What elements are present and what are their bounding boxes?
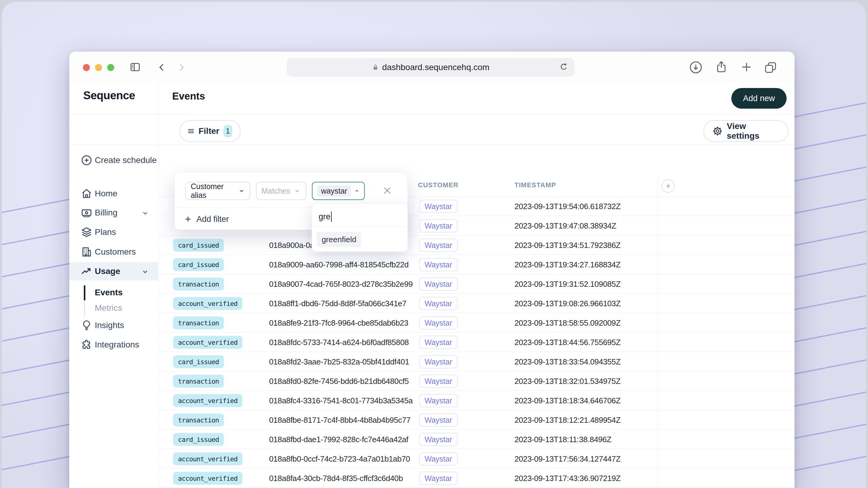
table-row[interactable]: account_verified018a8fc4-3316-7541-8c01-… bbox=[158, 391, 795, 410]
sidebar-subitem-events[interactable]: Events bbox=[95, 285, 123, 300]
event-timestamp: 2023-09-13T19:34:51.792386Z bbox=[515, 241, 620, 250]
table-row[interactable]: account_verified018a8fb0-0ccf-74c2-b723-… bbox=[158, 449, 795, 468]
banknote-icon bbox=[81, 207, 92, 219]
event-timestamp: 2023-09-13T19:31:52.109085Z bbox=[515, 280, 620, 289]
toolbar-divider bbox=[69, 145, 795, 145]
customer-link[interactable]: Waystar bbox=[419, 258, 458, 271]
close-button[interactable] bbox=[83, 64, 90, 71]
table-row[interactable]: card_issued018a8fbd-dae1-7992-828c-fc7e4… bbox=[158, 430, 795, 449]
event-timestamp: 2023-09-13T18:12:21.489954Z bbox=[515, 416, 620, 425]
customer-link[interactable]: Waystar bbox=[419, 336, 458, 349]
event-type-badge: transaction bbox=[173, 278, 224, 290]
event-timestamp: 2023-09-13T18:44:56.755695Z bbox=[515, 338, 620, 347]
event-id: 018a8fa4-30cb-78d4-8f35-cffcf3c6d40b bbox=[269, 474, 403, 483]
event-type-badge: account_verified bbox=[173, 394, 242, 407]
event-id: 018a8ff1-dbd6-75dd-8d8f-5fa066c341e7 bbox=[269, 299, 406, 308]
minimize-button[interactable] bbox=[95, 64, 102, 71]
add-filter-button[interactable]: Add filter bbox=[184, 213, 229, 226]
value-search-input[interactable]: gre bbox=[318, 212, 332, 222]
dropdown-divider bbox=[312, 226, 408, 227]
event-type-badge: card_issued bbox=[173, 258, 224, 271]
event-type-badge: transaction bbox=[173, 375, 224, 388]
table-row[interactable]: transaction018a8fd0-82fe-7456-bdd6-b21db… bbox=[158, 371, 795, 391]
create-schedule-button[interactable]: Create schedule bbox=[69, 151, 158, 169]
layers-icon bbox=[81, 226, 92, 238]
reload-icon[interactable] bbox=[559, 62, 568, 72]
customer-link[interactable]: Waystar bbox=[419, 413, 458, 427]
sidebar-item-insights[interactable]: Insights bbox=[69, 316, 158, 334]
forward-icon[interactable] bbox=[176, 62, 186, 72]
column-header-customer[interactable]: CUSTOMER bbox=[418, 181, 459, 189]
sidebar-item-billing[interactable]: Billing bbox=[69, 204, 158, 222]
column-header-timestamp[interactable]: TIMESTAMP bbox=[515, 181, 556, 189]
table-row[interactable]: transaction018a8fe9-21f3-7fc8-9964-cbe85… bbox=[158, 313, 795, 333]
event-type-badge: card_issued bbox=[173, 239, 224, 252]
chevron-down-icon bbox=[142, 209, 149, 217]
sidebar-item-home[interactable]: Home bbox=[69, 185, 158, 203]
tab-overview-icon[interactable] bbox=[764, 60, 777, 74]
event-id: 018a8fd0-82fe-7456-bdd6-b21db6480cf5 bbox=[269, 377, 409, 386]
event-type-badge: card_issued bbox=[173, 355, 224, 368]
sidebar-item-usage[interactable]: Usage bbox=[69, 262, 158, 281]
table-row[interactable]: card_issued018a9009-aa60-7998-aff4-81854… bbox=[158, 255, 795, 274]
table-row[interactable]: transaction018a8fbe-8171-7c4f-8bb4-4b8ab… bbox=[158, 410, 795, 430]
browser-window: dashboard.sequencehq.com Sequence Events bbox=[69, 52, 795, 488]
event-id: 018a8fbe-8171-7c4f-8bb4-4b8ab4b95c77 bbox=[269, 416, 411, 425]
table-row[interactable]: account_verified018a8fdc-5733-7414-a624-… bbox=[158, 333, 795, 352]
table-row[interactable]: card_issued018a8fd2-3aae-7b25-832a-05bf4… bbox=[158, 352, 795, 371]
filter-field-select[interactable]: Customer alias bbox=[185, 182, 250, 200]
back-icon[interactable] bbox=[157, 62, 167, 72]
sidebar-item-integrations[interactable]: Integrations bbox=[69, 336, 158, 354]
event-timestamp: 2023-09-13T19:54:06.618732Z bbox=[515, 202, 620, 211]
event-id: 018a8fbd-dae1-7992-828c-fc7e446a42af bbox=[269, 435, 408, 444]
customer-link[interactable]: Waystar bbox=[419, 278, 458, 291]
event-type-badge: account_verified bbox=[173, 336, 242, 349]
event-timestamp: 2023-09-13T18:11:38.8496Z bbox=[515, 435, 611, 444]
sidebar-item-plans[interactable]: Plans bbox=[69, 223, 158, 241]
event-id: 018a8fd2-3aae-7b25-832a-05bf41ddf401 bbox=[269, 357, 409, 367]
customer-link[interactable]: Waystar bbox=[419, 238, 458, 252]
app-logo: Sequence bbox=[83, 89, 135, 102]
customer-link[interactable]: Waystar bbox=[419, 316, 458, 330]
downloads-icon[interactable] bbox=[689, 60, 703, 74]
customer-link[interactable]: Waystar bbox=[419, 375, 458, 388]
sidebar-item-customers[interactable]: Customers bbox=[69, 243, 158, 261]
table-row[interactable]: account_verified018a8fa4-30cb-78d4-8f35-… bbox=[158, 468, 795, 488]
dropdown-option-greenfield[interactable]: greenfield bbox=[317, 232, 361, 247]
customer-link[interactable]: Waystar bbox=[419, 355, 458, 368]
customer-link[interactable]: Waystar bbox=[419, 297, 458, 310]
remove-filter-icon[interactable] bbox=[382, 185, 393, 196]
customer-link[interactable]: Waystar bbox=[419, 452, 458, 465]
event-timestamp: 2023-09-13T18:33:54.094355Z bbox=[515, 357, 620, 367]
share-icon[interactable] bbox=[714, 60, 728, 74]
customer-link[interactable]: Waystar bbox=[419, 394, 458, 407]
header-divider bbox=[69, 114, 795, 114]
filter-button[interactable]: Filter 1 bbox=[179, 120, 241, 142]
filter-value-select[interactable]: waystar bbox=[312, 182, 365, 200]
url-text: dashboard.sequencehq.com bbox=[382, 63, 489, 72]
text-cursor bbox=[331, 212, 332, 222]
customer-link[interactable]: Waystar bbox=[419, 471, 458, 485]
event-type-badge: transaction bbox=[173, 414, 224, 426]
event-id: 018a9009-aa60-7998-aff4-818545cfb22d bbox=[269, 260, 408, 269]
customer-link[interactable]: Waystar bbox=[419, 433, 458, 446]
view-settings-label: View settings bbox=[727, 121, 779, 141]
customer-link[interactable]: Waystar bbox=[419, 200, 458, 213]
table-row[interactable]: card_issued018a900a-0a9Waystar2023-09-13… bbox=[158, 235, 795, 255]
new-tab-icon[interactable] bbox=[740, 60, 753, 74]
sidebar-toggle-icon[interactable] bbox=[129, 62, 141, 72]
address-bar[interactable]: dashboard.sequencehq.com bbox=[287, 58, 575, 76]
filter-operator-select[interactable]: Matches bbox=[256, 182, 306, 200]
add-new-button[interactable]: Add new bbox=[731, 88, 786, 109]
table-row[interactable]: transaction018a9007-4cad-765f-8023-d278c… bbox=[158, 274, 795, 294]
page-title: Events bbox=[172, 91, 205, 102]
zoom-button[interactable] bbox=[107, 64, 114, 71]
add-column-button[interactable] bbox=[661, 180, 675, 193]
event-type-badge: transaction bbox=[173, 317, 224, 329]
view-settings-button[interactable]: View settings bbox=[703, 120, 788, 142]
sidebar-subitem-metrics[interactable]: Metrics bbox=[95, 300, 122, 316]
event-type-badge: account_verified bbox=[173, 453, 242, 465]
event-timestamp: 2023-09-13T18:58:55.092009Z bbox=[515, 318, 620, 328]
table-row[interactable]: account_verified018a8ff1-dbd6-75dd-8d8f-… bbox=[158, 294, 795, 313]
customer-link[interactable]: Waystar bbox=[419, 219, 458, 232]
